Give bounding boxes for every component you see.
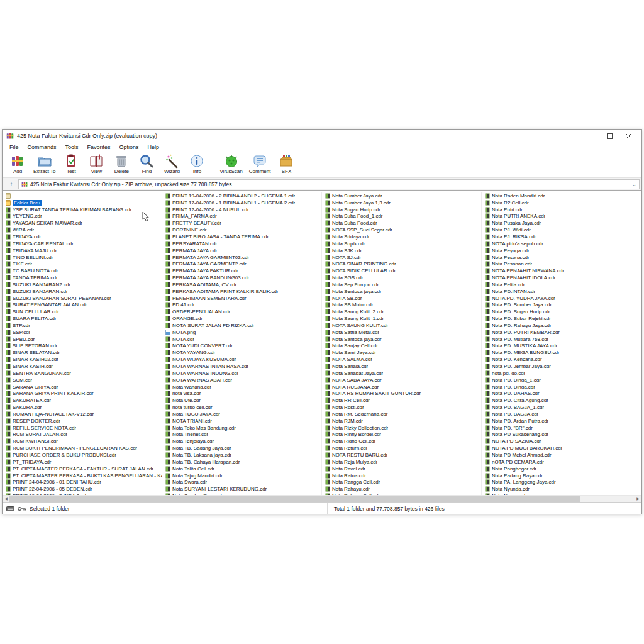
list-item[interactable]: Nota TB. Laksana jaya.cdr: [165, 452, 321, 458]
toolbar-button-add[interactable]: Add: [5, 152, 30, 174]
list-item[interactable]: NOTA RESTU BARU.cdr: [325, 452, 481, 458]
list-item[interactable]: Nota SJK.cdr: [325, 247, 481, 254]
list-item[interactable]: Nota PD. Mutiara 768.cdr: [485, 336, 641, 343]
list-item[interactable]: REFILL SERVICE NOTA.cdr: [6, 425, 162, 431]
list-item[interactable]: PD 41.cdr: [165, 302, 321, 309]
list-item[interactable]: SPBU.cdr: [6, 336, 162, 343]
list-item[interactable]: NOTA.png: [165, 329, 321, 336]
list-item[interactable]: TRIJAYA.cdr: [6, 233, 162, 240]
list-item[interactable]: nota pd. do.cdr: [485, 370, 641, 377]
list-item[interactable]: PRINT 12-04-2006 - 4 NURUL.cdr: [165, 206, 321, 213]
list-item[interactable]: NOTA PENJAHIT NIRWANA.cdr: [485, 267, 641, 274]
archive-path-combobox[interactable]: 425 Nota Faktur Kwitansi Cdr Only.zip - …: [18, 179, 640, 189]
list-item[interactable]: TRIDAYA MAJU.cdr: [6, 247, 162, 254]
list-item[interactable]: ..: [6, 192, 162, 199]
list-item[interactable]: Nota Ute.cdr: [165, 397, 321, 404]
list-item[interactable]: SURAT PENGANTAR JALAN.cdr: [6, 302, 162, 309]
toolbar-button-extract[interactable]: Extract To: [30, 152, 58, 174]
list-item[interactable]: Nota Pesanan.cdr: [485, 260, 641, 267]
list-item[interactable]: Nota Sentosa jaya.cdr: [325, 288, 481, 295]
list-item[interactable]: Nota TB. Sadang Jaya.cdr: [165, 445, 321, 452]
list-item[interactable]: NOTA WIJAYA KUSUMA.cdr: [165, 356, 321, 363]
list-item[interactable]: Nota PD. MEGA BUNGSU.cdr: [485, 349, 641, 356]
up-one-level-button[interactable]: ↑: [4, 179, 18, 189]
list-item[interactable]: Nota PJ. RIKSA.cdr: [485, 233, 641, 240]
list-item[interactable]: Nota PD. MUSTIKA JAYA.cdr: [485, 343, 641, 350]
toolbar-button-virusscan[interactable]: VirusScan: [216, 152, 245, 174]
list-item[interactable]: PERMATA JAYA BANDUNG03.cdr: [165, 274, 321, 281]
list-item[interactable]: Nota PD. Citra Agung.cdr: [485, 397, 641, 404]
list-item[interactable]: Nota RR Cell.cdr: [325, 397, 481, 404]
list-item[interactable]: Nota PA. Langgeng Jaya.cdr: [485, 479, 641, 486]
list-item[interactable]: NOTA SABA JAYA.cdr: [325, 377, 481, 384]
list-item[interactable]: Nota Swara.cdr: [165, 479, 321, 486]
list-item[interactable]: NOTA WARNAS INDUNG.cdr: [165, 370, 321, 377]
list-item[interactable]: Nota TB. Cahaya Harapan.cdr: [165, 458, 321, 465]
list-item[interactable]: PERMATA JAYA GARMENT03.cdr: [165, 254, 321, 261]
list-item[interactable]: Nota Toko Mas Bandung.cdr: [165, 425, 321, 431]
list-item[interactable]: Nota PD Mebel Ahmad.cdr: [485, 452, 641, 458]
list-item[interactable]: NOTA WARNAS ABAH.cdr: [165, 377, 321, 384]
list-item[interactable]: PRINT 17-04-2006 - 1 BIBINA ANDI 1 - SUG…: [165, 199, 321, 206]
menu-favorites[interactable]: Favorites: [83, 144, 115, 150]
list-item[interactable]: PERKASA ADITAMA PRINT KALKIR BALIK.cdr: [165, 288, 321, 295]
list-item[interactable]: Nota Peyuga.cdr: [485, 247, 641, 254]
list-item[interactable]: Nota Talita Cell.cdr: [165, 465, 321, 472]
list-item[interactable]: Nota PD. Subur Rejeki.cdr: [485, 315, 641, 322]
list-item[interactable]: PRIMA_FARMA.cdr: [165, 213, 321, 220]
scroll-left-arrow-icon[interactable]: ◀: [3, 496, 9, 502]
list-item[interactable]: Folder Baru: [6, 199, 162, 206]
list-item[interactable]: NOTA WARNAS INTAN RASA.cdr: [165, 363, 321, 370]
list-item[interactable]: PRINT 22-04-2006 - 05 DEDEN.cdr: [6, 486, 162, 492]
list-item[interactable]: Nota Sumber Jaya.cdr: [325, 192, 481, 199]
list-item[interactable]: SUZUKI BANJARAN2.cdr: [6, 281, 162, 288]
list-item[interactable]: PRINT 19-04-2006 - 2 BIBINA ANDI 2 - SUG…: [165, 192, 321, 199]
list-item[interactable]: Nota Sahabat Jaya.cdr: [325, 370, 481, 377]
list-item[interactable]: PERSYARATAN.cdr: [165, 240, 321, 247]
list-item[interactable]: Nota Saung Kulit_1.cdr: [325, 315, 481, 322]
list-item[interactable]: RESEP DOKTER.cdr: [6, 418, 162, 425]
close-button[interactable]: [619, 130, 638, 142]
list-item[interactable]: NOTA YUDI CONVERT.cdr: [165, 343, 321, 350]
list-item[interactable]: Nota Pelita.cdr: [485, 281, 641, 288]
list-item[interactable]: Nota Sahala.cdr: [325, 363, 481, 370]
list-item[interactable]: Nota Satria Metal.cdr: [325, 329, 481, 336]
list-item[interactable]: TINO BELLINI.cdr: [6, 254, 162, 261]
list-item[interactable]: Nota PD. Sugan Hurip.cdr: [485, 308, 641, 315]
list-item[interactable]: Nota Return.cdr: [325, 445, 481, 452]
list-item[interactable]: Nota Santosa jaya.cdr: [325, 336, 481, 343]
list-item[interactable]: Nota Nyunda.cdr: [485, 486, 641, 492]
toolbar-button-info[interactable]: Info: [184, 152, 209, 174]
list-item[interactable]: ORANGE.cdr: [165, 315, 321, 322]
menu-commands[interactable]: Commands: [23, 144, 61, 150]
list-item[interactable]: SUZUKI BANJARAN SURAT PESANAN.cdr: [6, 295, 162, 302]
list-item[interactable]: Nota PD.INTAN.cdr: [485, 288, 641, 295]
list-item[interactable]: WIRA.cdr: [6, 226, 162, 233]
list-item[interactable]: ORDER-PENJUALAN.cdr: [165, 308, 321, 315]
list-item[interactable]: SSP.cdr: [6, 329, 162, 336]
list-item[interactable]: NOTA.cdr: [165, 336, 321, 343]
list-item[interactable]: Nota Suba Food.cdr: [325, 219, 481, 226]
list-item[interactable]: Nota Tajug Mandiri.cdr: [165, 472, 321, 479]
list-item[interactable]: PT. CIPTA MASTER PERKASA - FAKTUR - SURA…: [6, 465, 162, 472]
list-item[interactable]: TANDA TERIMA.cdr: [6, 274, 162, 281]
menu-file[interactable]: File: [5, 144, 23, 150]
list-item[interactable]: Nota Sumber Jaya 1,3.cdr: [325, 199, 481, 206]
list-item[interactable]: Nota PD. BAGJA_1.cdr: [485, 404, 641, 411]
list-item[interactable]: Nota Saung Kulit_2.cdr: [325, 308, 481, 315]
list-item[interactable]: Nota Rahayu.cdr: [325, 486, 481, 492]
list-item[interactable]: Nota PD. Ardan Putra.cdr: [485, 418, 641, 425]
list-item[interactable]: SINAR KASIH.cdr: [6, 363, 162, 370]
list-item[interactable]: Nota Wahana.cdr: [165, 384, 321, 391]
list-item[interactable]: NOTA RS RUMAH SAKIT GUNTUR.cdr: [325, 390, 481, 397]
list-item[interactable]: PRETTY BEAUTY.cdr: [165, 219, 321, 226]
list-item[interactable]: PURCHASE ORDER & BUKU PRODUKSI.cdr: [6, 452, 162, 458]
toolbar-button-sfx[interactable]: SFX: [274, 152, 299, 174]
list-item[interactable]: SINAR KASIH02.cdr: [6, 356, 162, 363]
list-item[interactable]: Nota Ridho Cell.cdr: [325, 438, 481, 445]
list-item[interactable]: YSP SURAT TANDA TERIMA KIRIMAN BARANG.cd…: [6, 206, 162, 213]
list-item[interactable]: TRIJAYA CAR RENTAL.cdr: [6, 240, 162, 247]
list-item[interactable]: PERMATA JAYA FAKTUR.cdr: [165, 267, 321, 274]
list-item[interactable]: Nota Sugan Hurip.cdr: [325, 206, 481, 213]
maximize-button[interactable]: [600, 130, 619, 142]
